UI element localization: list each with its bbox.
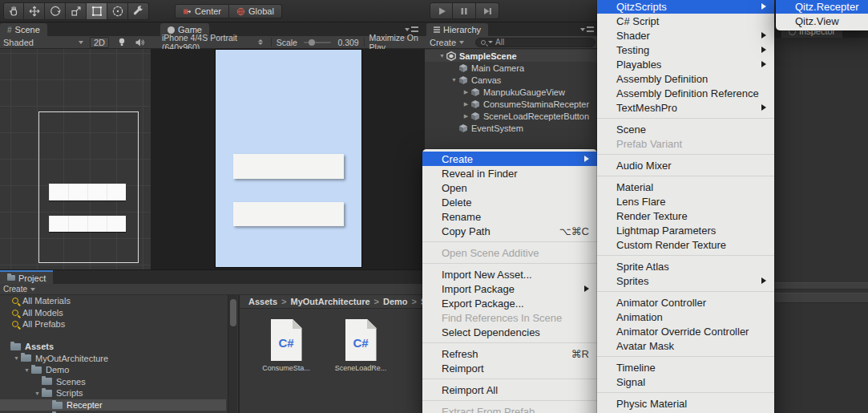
hierarchy-search-input[interactable]: All — [475, 38, 595, 47]
asset-item[interactable]: C#ConsumeSta... — [261, 319, 311, 413]
expander-icon[interactable]: ▶ — [462, 113, 470, 119]
menu-item-label: QitzScripts — [616, 1, 667, 13]
lighting-bulb-icon[interactable] — [117, 37, 127, 47]
game-viewport[interactable] — [151, 49, 425, 269]
pivot-toggle-button[interactable]: Center — [175, 4, 229, 18]
tab-project[interactable]: Project — [0, 270, 53, 284]
menu-item[interactable]: Avatar Mask — [597, 338, 774, 353]
menu-item[interactable]: Assembly Definition Reference — [597, 86, 774, 100]
menu-item[interactable]: Copy Path⌥⌘C — [422, 224, 597, 238]
project-folder-demo[interactable]: ▼Demo — [0, 364, 226, 376]
menu-item[interactable]: Animation — [597, 310, 774, 324]
expander-icon[interactable]: ▼ — [438, 53, 446, 59]
pause-button[interactable] — [453, 2, 476, 19]
hierarchy-item-label: Main Camera — [471, 63, 524, 73]
menu-item[interactable]: Open — [422, 180, 597, 195]
menu-item[interactable]: Qitz.View — [776, 14, 868, 28]
rect-tool-button[interactable] — [87, 2, 107, 20]
csharp-icon-label: C# — [278, 336, 293, 350]
tab-hierarchy[interactable]: Hierarchy — [426, 23, 488, 36]
favorite-item[interactable]: All Models — [0, 307, 226, 319]
favorite-item[interactable]: All Prefabs — [0, 318, 226, 330]
folder-icon — [42, 390, 52, 397]
menu-item[interactable]: Refresh⌘R — [422, 346, 597, 361]
scale-slider[interactable] — [304, 42, 331, 43]
menu-item[interactable]: C# Script — [597, 14, 774, 28]
menu-item[interactable]: Testing — [597, 43, 774, 57]
menu-item[interactable]: Playables — [597, 57, 774, 71]
menu-item[interactable]: Timeline — [597, 360, 774, 375]
scale-tool-button[interactable] — [66, 2, 87, 20]
menu-item[interactable]: Scene — [597, 122, 774, 136]
draw-mode-dropdown[interactable]: Shaded — [0, 38, 83, 47]
menu-item[interactable]: Custom Render Texture — [597, 237, 774, 252]
menu-item[interactable]: Rename — [422, 209, 597, 224]
menu-item[interactable]: Render Texture — [597, 209, 774, 223]
step-button[interactable] — [476, 2, 499, 19]
project-asset-area: Assets>MyOutArchitecture>Demo>Scripts C#… — [238, 295, 425, 413]
audio-toggle-icon[interactable] — [135, 38, 145, 47]
menu-item[interactable]: Signal — [597, 375, 774, 389]
menu-item[interactable]: Lens Flare — [597, 194, 774, 209]
rotate-tool-button[interactable] — [45, 2, 66, 20]
scale-slider-knob[interactable] — [309, 39, 315, 46]
menu-item[interactable]: Export Package... — [422, 296, 597, 310]
project-folder-myoutarchitecture[interactable]: ▼MyOutArchitecture — [0, 352, 226, 364]
breadcrumb-item[interactable]: Demo — [383, 297, 408, 306]
asset-item[interactable]: C#SceneLoadRe... — [336, 319, 386, 413]
menu-item-shortcut: ⌥⌘C — [559, 225, 589, 237]
expander-icon[interactable]: ▼ — [12, 355, 21, 361]
panel-menu-icon[interactable] — [580, 26, 594, 32]
menu-item[interactable]: Reveal in Finder — [422, 166, 597, 180]
scale-value: 0.309 — [337, 38, 358, 47]
expander-icon[interactable]: ▶ — [462, 101, 470, 107]
expander-icon[interactable]: ▼ — [22, 367, 31, 373]
expander-icon[interactable]: ▶ — [462, 89, 470, 95]
space-toggle-button[interactable]: Global — [229, 4, 282, 18]
menu-item[interactable]: QitzScripts — [597, 0, 774, 14]
menu-item[interactable]: Import Package — [422, 281, 597, 296]
menu-item[interactable]: Create — [422, 152, 597, 166]
play-button[interactable] — [430, 2, 453, 19]
scrollbar-thumb[interactable] — [230, 299, 236, 326]
toggle-2d-button[interactable]: 2D — [90, 37, 109, 48]
expander-icon[interactable]: ▼ — [450, 77, 458, 83]
breadcrumb-item[interactable]: MyOutArchitecture — [291, 297, 370, 306]
menu-item[interactable]: Reimport All — [422, 383, 597, 397]
menu-item[interactable]: Animator Override Controller — [597, 324, 774, 338]
menu-item[interactable]: Import New Asset... — [422, 267, 597, 281]
breadcrumb-item[interactable]: Assets — [248, 297, 277, 306]
project-folder-recepter[interactable]: Recepter — [0, 399, 226, 411]
menu-item[interactable]: Lightmap Parameters — [597, 223, 774, 237]
transform-tool-button[interactable] — [107, 2, 128, 20]
menu-item[interactable]: Shader — [597, 28, 774, 43]
menu-item[interactable]: Sprite Atlas — [597, 259, 774, 273]
menu-item[interactable]: Sprites — [597, 273, 774, 288]
custom-tool-button[interactable] — [128, 2, 149, 20]
menu-item[interactable]: Select Dependencies — [422, 325, 597, 339]
menu-item[interactable]: Material — [597, 180, 774, 194]
project-folder-scenes[interactable]: Scenes — [0, 376, 226, 388]
project-tree-scrollbar[interactable] — [228, 295, 237, 413]
expander-icon[interactable]: ▼ — [33, 391, 42, 396]
menu-item: Prefab Variant — [597, 136, 774, 151]
favorite-item[interactable]: All Materials — [0, 295, 226, 307]
hand-tool-button[interactable] — [3, 2, 24, 20]
project-folder-scripts[interactable]: ▼Scripts — [0, 387, 226, 399]
move-tool-button[interactable] — [24, 2, 45, 20]
submenu-arrow-icon — [761, 3, 766, 10]
menu-item[interactable]: Audio Mixer — [597, 158, 774, 172]
scene-viewport[interactable] — [0, 49, 151, 269]
project-folder-assets[interactable]: Assets — [0, 341, 226, 353]
panel-menu-icon[interactable] — [405, 26, 418, 32]
menu-item[interactable]: Delete — [422, 195, 597, 209]
project-create-button[interactable]: Create — [0, 285, 35, 294]
menu-item[interactable]: Assembly Definition — [597, 71, 774, 86]
menu-item[interactable]: Qitz.Recepter — [776, 0, 868, 14]
menu-item[interactable]: Physic Material — [597, 396, 774, 411]
hierarchy-create-button[interactable]: Create — [425, 38, 464, 47]
tab-scene[interactable]: # Scene — [0, 23, 47, 36]
menu-item[interactable]: Animator Controller — [597, 295, 774, 310]
menu-item[interactable]: Reimport — [422, 361, 597, 375]
menu-item[interactable]: TextMeshPro — [597, 100, 774, 115]
